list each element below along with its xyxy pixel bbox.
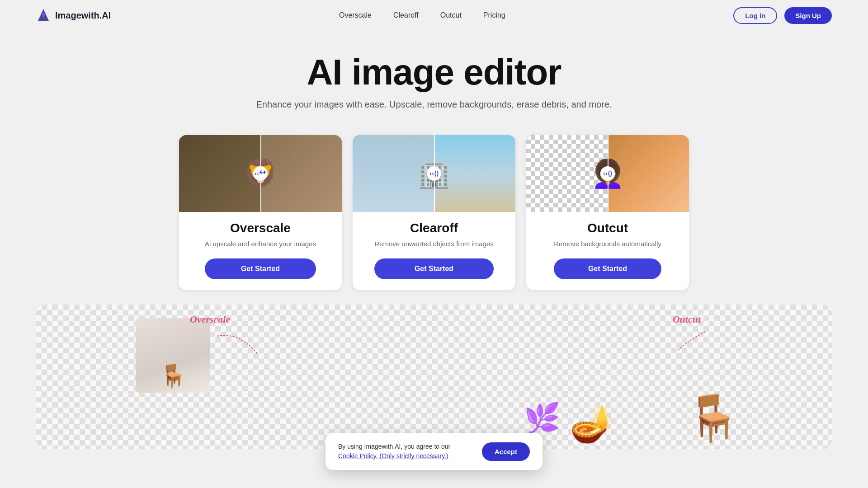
svg-marker-3 — [676, 347, 680, 351]
demo-room-thumbnail: 🪑 — [136, 318, 210, 393]
login-button[interactable]: Log in — [733, 7, 777, 24]
card-overscale: 🦁 Overscale Ai upscale and enhance your … — [179, 135, 342, 290]
card-outcut-image: 👩‍🦱 ⟨⟩ — [526, 135, 689, 212]
demo-plant-icon: 🌿 — [524, 401, 561, 436]
card-outcut-cta[interactable]: Get Started — [554, 258, 661, 279]
product-cards: 🦁 Overscale Ai upscale and enhance your … — [0, 121, 868, 305]
nav-actions: Log in Sign Up — [733, 7, 832, 24]
card-outcut-body: Outcut Remove backgrounds automatically … — [543, 212, 672, 290]
card-overscale-cta[interactable]: Get Started — [205, 258, 316, 279]
card-clearoff-cta[interactable]: Get Started — [374, 258, 493, 279]
demo-checker-bg: 🪑 Overscale Outcut 🪔 🌿 🪑 — [36, 305, 832, 449]
logo-icon — [36, 8, 51, 23]
nav-links: Overscale Clearoff Outcut Pricing — [339, 11, 505, 19]
demo-lamp-icon: 🪔 — [570, 402, 615, 445]
card-clearoff-desc: Remove unwanted objects from images — [374, 239, 493, 249]
cookie-text: By using Imagewith.AI, you agree to our … — [338, 442, 464, 461]
demo-label-overscale: Overscale — [190, 314, 230, 325]
card-clearoff-image: 🏢 ⟨⟩ — [353, 135, 515, 212]
card-clearoff: 🏢 ⟨⟩ Clearoff Remove unwanted objects fr… — [353, 135, 515, 290]
nav-overscale[interactable]: Overscale — [339, 11, 372, 19]
room-chair-icon: 🪑 — [160, 366, 185, 389]
nav-clearoff[interactable]: Clearoff — [393, 11, 419, 19]
card-outcut-desc: Remove backgrounds automatically — [554, 239, 661, 249]
card-clearoff-body: Clearoff Remove unwanted objects from im… — [363, 212, 504, 290]
card-outcut-title: Outcut — [587, 221, 628, 235]
slider-arrows-icon — [259, 170, 266, 177]
card-overscale-desc: Ai upscale and enhance your images — [205, 239, 316, 249]
card-overscale-body: Overscale Ai upscale and enhance your im… — [194, 212, 327, 290]
cookie-accept-button[interactable]: Accept — [482, 442, 530, 461]
demo-chair-icon: 🪑 — [685, 391, 741, 445]
cookie-policy-link[interactable]: Cookie Policy. (Only strictly necessary.… — [338, 452, 448, 460]
hero-subtitle: Enhance your images with ease. Upscale, … — [9, 99, 859, 110]
card-overscale-image: 🦁 — [179, 135, 342, 212]
clearoff-slider-handle[interactable]: ⟨⟩ — [427, 166, 441, 181]
nav-pricing[interactable]: Pricing — [483, 11, 505, 19]
nav-outcut[interactable]: Outcut — [440, 11, 462, 19]
hero-title: AI image editor — [9, 52, 859, 92]
demo-arrow-outcut — [674, 329, 710, 352]
overscale-slider-handle[interactable] — [253, 166, 268, 181]
demo-arrow-overscale — [212, 332, 267, 359]
navbar: Imagewith.AI Overscale Clearoff Outcut P… — [0, 0, 868, 31]
card-overscale-title: Overscale — [230, 221, 291, 235]
outcut-slider-handle[interactable]: ⟨⟩ — [600, 166, 615, 181]
card-clearoff-title: Clearoff — [410, 221, 458, 235]
brand-logo[interactable]: Imagewith.AI — [36, 8, 111, 23]
card-outcut: 👩‍🦱 ⟨⟩ Outcut Remove backgrounds automat… — [526, 135, 689, 290]
demo-label-outcut: Outcut — [673, 314, 701, 325]
hero-section: AI image editor Enhance your images with… — [0, 31, 868, 121]
cookie-banner: By using Imagewith.AI, you agree to our … — [326, 433, 542, 470]
demo-section: 🪑 Overscale Outcut 🪔 🌿 🪑 — [36, 305, 832, 449]
signup-button[interactable]: Sign Up — [784, 7, 832, 24]
brand-name: Imagewith.AI — [55, 10, 111, 21]
